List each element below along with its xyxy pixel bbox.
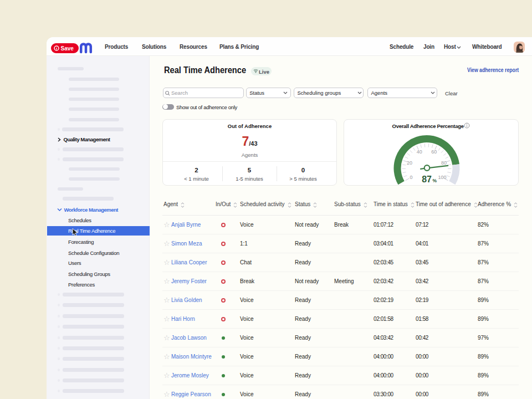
- svg-text:80: 80: [441, 160, 447, 166]
- svg-text:40: 40: [417, 149, 422, 155]
- svg-text:60: 60: [431, 149, 437, 155]
- svg-text:20: 20: [407, 160, 412, 166]
- svg-text:%: %: [433, 178, 437, 183]
- svg-text:100: 100: [438, 175, 447, 180]
- svg-text:87: 87: [422, 175, 432, 184]
- svg-text:0: 0: [410, 175, 412, 180]
